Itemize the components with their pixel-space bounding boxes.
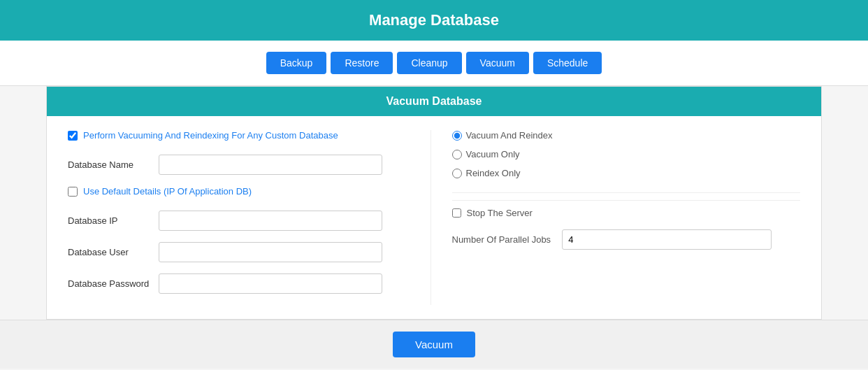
- vacuum-only-radio[interactable]: [452, 150, 462, 159]
- database-name-label: Database Name: [68, 159, 152, 170]
- stop-server-row: Stop The Server: [452, 200, 801, 218]
- vacuum-and-reindex-label[interactable]: Vacuum And Reindex: [466, 130, 553, 141]
- database-user-input[interactable]: [159, 242, 382, 262]
- database-user-label: Database User: [68, 247, 152, 257]
- radio-group: Vacuum And Reindex Vacuum Only Reindex O…: [452, 130, 801, 178]
- perform-vacuum-label[interactable]: Perform Vacuuming And Reindexing For Any…: [83, 130, 338, 141]
- section-header: Vacuum Database: [47, 87, 821, 116]
- vacuum-submit-button[interactable]: Vacuum: [393, 332, 475, 357]
- header: Manage Database: [0, 0, 868, 41]
- form-body: Perform Vacuuming And Reindexing For Any…: [47, 116, 821, 319]
- nav-backup-button[interactable]: Backup: [266, 52, 327, 74]
- database-name-input[interactable]: [159, 155, 382, 175]
- section-title: Vacuum Database: [386, 95, 482, 107]
- reindex-only-label[interactable]: Reindex Only: [466, 168, 521, 178]
- reindex-only-radio[interactable]: [452, 169, 462, 178]
- content-wrapper: Vacuum Database Perform Vacuuming And Re…: [46, 86, 822, 320]
- nav-vacuum-button[interactable]: Vacuum: [466, 52, 529, 74]
- vacuum-only-row: Vacuum Only: [452, 149, 801, 159]
- vacuum-and-reindex-radio[interactable]: [452, 131, 462, 141]
- right-panel: Vacuum And Reindex Vacuum Only Reindex O…: [431, 130, 801, 305]
- perform-vacuum-row: Perform Vacuuming And Reindexing For Any…: [68, 130, 417, 141]
- vacuum-and-reindex-row: Vacuum And Reindex: [452, 130, 801, 141]
- database-password-row: Database Password: [68, 273, 417, 294]
- database-password-input[interactable]: [159, 273, 382, 294]
- nav-schedule-button[interactable]: Schedule: [533, 52, 602, 74]
- nav-restore-button[interactable]: Restore: [331, 52, 393, 74]
- database-user-row: Database User: [68, 242, 417, 262]
- database-name-row: Database Name: [68, 155, 417, 175]
- use-default-row: Use Default Details (IP Of Application D…: [68, 186, 417, 197]
- header-title: Manage Database: [369, 11, 499, 29]
- nav-bar: Backup Restore Cleanup Vacuum Schedule: [0, 41, 868, 86]
- database-ip-label: Database IP: [68, 215, 152, 226]
- stop-server-label[interactable]: Stop The Server: [467, 208, 533, 218]
- footer-bar: Vacuum: [0, 320, 868, 369]
- left-panel: Perform Vacuuming And Reindexing For Any…: [68, 130, 417, 305]
- parallel-jobs-row: Number Of Parallel Jobs: [452, 229, 801, 250]
- parallel-jobs-label: Number Of Parallel Jobs: [452, 234, 551, 245]
- divider: [452, 192, 801, 193]
- vacuum-only-label[interactable]: Vacuum Only: [466, 149, 520, 159]
- parallel-jobs-input[interactable]: [562, 229, 772, 250]
- database-ip-row: Database IP: [68, 211, 417, 231]
- stop-server-checkbox[interactable]: [452, 208, 461, 218]
- database-ip-input[interactable]: [159, 211, 382, 231]
- use-default-label[interactable]: Use Default Details (IP Of Application D…: [83, 186, 252, 197]
- perform-vacuum-checkbox[interactable]: [68, 131, 78, 141]
- use-default-checkbox[interactable]: [68, 187, 78, 197]
- nav-cleanup-button[interactable]: Cleanup: [397, 52, 461, 74]
- database-password-label: Database Password: [68, 278, 152, 289]
- reindex-only-row: Reindex Only: [452, 168, 801, 178]
